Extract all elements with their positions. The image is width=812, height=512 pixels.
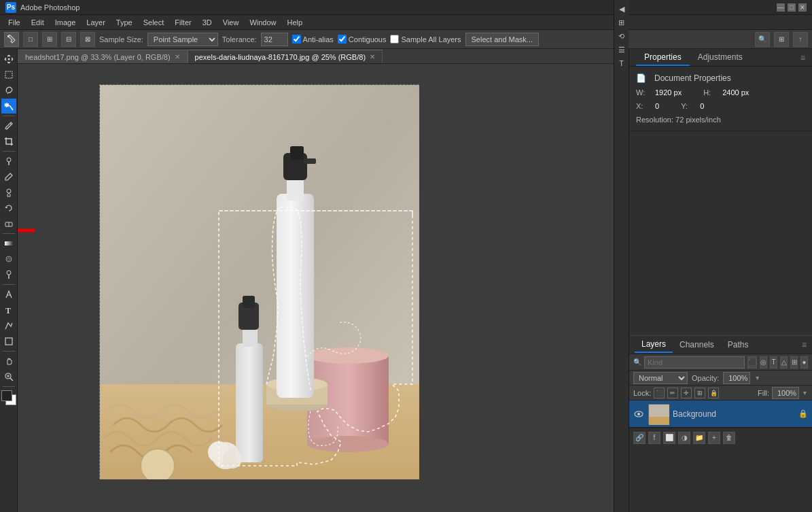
healing-brush-tool[interactable] [1, 154, 16, 169]
fill-arrow-down[interactable]: ▼ [802, 390, 808, 396]
sample-size-select[interactable]: Point Sample 3 by 3 Average 5 by 5 Avera… [147, 33, 218, 46]
menu-3d[interactable]: 3D [197, 17, 217, 28]
fill-input[interactable] [772, 387, 799, 399]
layer-item-background[interactable]: Background 🔒 [629, 400, 812, 428]
move-tool[interactable] [1, 52, 16, 67]
separator6 [3, 386, 15, 387]
clone-stamp-tool[interactable] [1, 185, 16, 200]
pen-tool[interactable] [1, 287, 16, 302]
magic-wand-tool[interactable] [1, 99, 16, 114]
workspace-button[interactable]: ⊞ [774, 32, 789, 47]
search-button[interactable]: 🔍 [755, 32, 770, 47]
lock-artboard-btn[interactable]: ⊞ [694, 388, 705, 398]
crop-tool[interactable] [1, 134, 16, 149]
new-adjustment-btn[interactable]: ◑ [678, 432, 690, 444]
contiguous-checkbox[interactable]: Contiguous [338, 35, 387, 44]
menu-edit[interactable]: Edit [26, 17, 50, 28]
tab-product[interactable]: pexels-daria-liudnaya-8167170.jpg @ 25% … [188, 50, 383, 63]
canvas-image[interactable] [99, 84, 419, 479]
subtract-selection-btn[interactable]: ⊟ [61, 32, 76, 47]
share-button[interactable]: ↑ [793, 32, 808, 47]
gradient-tool[interactable] [1, 236, 16, 251]
new-selection-btn[interactable]: □ [23, 32, 38, 47]
tab-adjustments[interactable]: Adjustments [690, 50, 751, 66]
lock-paint-btn[interactable]: ✏ [667, 388, 678, 398]
layers-bottom-toolbar: 🔗 f ⬜ ◑ 📁 + 🗑 [629, 428, 812, 447]
lock-transparent-btn[interactable]: ⬛ [654, 388, 665, 398]
intersect-selection-btn[interactable]: ⊠ [80, 32, 95, 47]
menu-select[interactable]: Select [138, 17, 170, 28]
layer-visibility-eye[interactable] [633, 409, 644, 420]
menu-window[interactable]: Window [244, 17, 281, 28]
tab-paths[interactable]: Paths [721, 337, 756, 352]
new-layer-btn[interactable]: + [708, 432, 720, 444]
type-tool[interactable]: T [1, 303, 16, 318]
menu-filter[interactable]: Filter [169, 17, 196, 28]
menu-image[interactable]: Image [50, 17, 82, 28]
svg-rect-10 [5, 241, 13, 245]
maximize-button[interactable]: □ [788, 3, 796, 12]
hand-tool[interactable] [1, 354, 16, 369]
layer-kind-filter[interactable] [644, 356, 745, 369]
add-style-btn[interactable]: f [648, 432, 660, 444]
filter-shape-btn[interactable]: △ [780, 356, 788, 369]
width-value: 1920 px [655, 88, 682, 97]
panel-properties-btn[interactable]: ⊞ [616, 16, 628, 29]
panel-libraries-btn[interactable]: ☰ [616, 44, 628, 56]
menu-view[interactable]: View [217, 17, 245, 28]
tab-layers[interactable]: Layers [635, 337, 673, 353]
menu-file[interactable]: File [3, 17, 26, 28]
lock-move-btn[interactable]: ✛ [681, 388, 692, 398]
panel-collapse-btn[interactable]: ◀ [616, 3, 628, 15]
blur-tool[interactable] [1, 252, 16, 267]
lasso-tool[interactable] [1, 83, 16, 98]
tolerance-input[interactable] [261, 33, 288, 46]
filter-toggle-btn[interactable]: ● [800, 356, 808, 369]
document-icon: 📄 [636, 73, 646, 83]
opacity-input[interactable] [723, 372, 750, 384]
foreground-color-swatch[interactable] [1, 390, 12, 401]
filter-pixel-btn[interactable]: ⬛ [747, 356, 757, 369]
opacity-arrow-down[interactable]: ▼ [754, 375, 760, 381]
layers-panel-menu[interactable]: ≡ [802, 340, 807, 349]
resolution-label: Resolution: [636, 116, 673, 124]
panel-history-btn[interactable]: ⟲ [616, 30, 628, 42]
lock-all-btn[interactable]: 🔒 [708, 388, 719, 398]
add-selection-btn[interactable]: ⊞ [42, 32, 57, 47]
close-tab-headshot[interactable]: ✕ [175, 53, 180, 61]
anti-alias-checkbox[interactable]: Anti-alias [292, 35, 334, 44]
add-mask-btn[interactable]: ⬜ [663, 432, 675, 444]
dimensions-row: W: 1920 px H: 2400 px [636, 88, 805, 97]
tab-headshot[interactable]: headshot17.png @ 33.3% (Layer 0, RGB/8) … [18, 50, 188, 63]
menu-help[interactable]: Help [282, 17, 308, 28]
select-and-mask-button[interactable]: Select and Mask... [465, 33, 540, 46]
path-select-tool[interactable] [1, 318, 16, 333]
marquee-tool[interactable] [1, 67, 16, 82]
zoom-tool[interactable] [1, 369, 16, 384]
blend-mode-select[interactable]: Normal Multiply Screen [633, 372, 688, 384]
sample-all-checkbox[interactable]: Sample All Layers [390, 35, 461, 44]
minimize-button[interactable]: — [777, 3, 785, 12]
layer-lock-icon: 🔒 [798, 409, 808, 418]
new-group-btn[interactable]: 📁 [693, 432, 705, 444]
close-tab-product[interactable]: ✕ [370, 53, 375, 61]
tab-channels[interactable]: Channels [673, 337, 721, 352]
panel-menu-icon[interactable]: ≡ [800, 53, 805, 63]
menu-layer[interactable]: Layer [81, 17, 111, 28]
filter-smart-btn[interactable]: ⊞ [790, 356, 798, 369]
history-brush-tool[interactable] [1, 201, 16, 216]
link-layers-btn[interactable]: 🔗 [633, 432, 646, 444]
tab-properties[interactable]: Properties [636, 50, 690, 66]
filter-type-btn[interactable]: T [770, 356, 777, 369]
eraser-tool[interactable] [1, 216, 16, 231]
window-controls[interactable]: — □ ✕ [777, 3, 807, 12]
shape-tool[interactable] [1, 334, 16, 349]
close-button[interactable]: ✕ [798, 3, 807, 12]
filter-adjust-btn[interactable]: ◎ [760, 356, 767, 369]
eyedropper-tool[interactable] [1, 118, 16, 133]
menu-type[interactable]: Type [111, 17, 138, 28]
brush-tool[interactable] [1, 169, 16, 184]
delete-layer-btn[interactable]: 🗑 [723, 432, 735, 444]
panel-type-btn[interactable]: T [616, 57, 628, 69]
dodge-tool[interactable] [1, 267, 16, 282]
